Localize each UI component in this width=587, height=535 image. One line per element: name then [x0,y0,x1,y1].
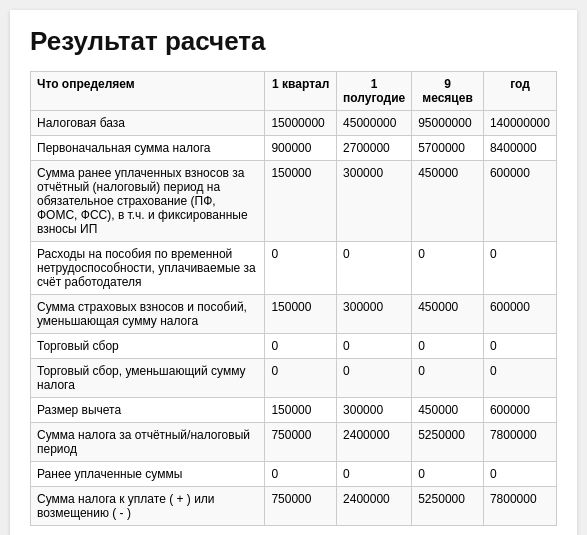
row-value-h1: 0 [337,359,412,398]
row-label: Первоначальная сумма налога [31,136,265,161]
row-value-m9: 5250000 [412,487,484,526]
row-label: Сумма налога за отчётный/налоговый перио… [31,423,265,462]
table-row: Сумма налога к уплате ( + ) или возмещен… [31,487,557,526]
row-label: Расходы на пособия по временной нетрудос… [31,242,265,295]
row-value-q1: 15000000 [265,111,337,136]
col-header-year: год [483,72,556,111]
col-header-q1: 1 квартал [265,72,337,111]
row-value-m9: 0 [412,242,484,295]
row-value-q1: 0 [265,334,337,359]
row-value-year: 0 [483,334,556,359]
row-value-h1: 2400000 [337,423,412,462]
row-label: Сумма ранее уплаченных взносов за отчётн… [31,161,265,242]
row-value-q1: 0 [265,359,337,398]
row-value-h1: 2400000 [337,487,412,526]
row-value-m9: 0 [412,462,484,487]
col-header-label: Что определяем [31,72,265,111]
row-label: Сумма налога к уплате ( + ) или возмещен… [31,487,265,526]
row-value-q1: 150000 [265,398,337,423]
row-label: Ранее уплаченные суммы [31,462,265,487]
row-value-q1: 0 [265,462,337,487]
row-value-h1: 0 [337,334,412,359]
row-label: Сумма страховых взносов и пособий, умень… [31,295,265,334]
row-value-q1: 150000 [265,295,337,334]
table-row: Размер вычета150000300000450000600000 [31,398,557,423]
table-row: Сумма налога за отчётный/налоговый перио… [31,423,557,462]
row-value-q1: 900000 [265,136,337,161]
row-value-m9: 450000 [412,398,484,423]
row-value-h1: 300000 [337,398,412,423]
row-value-year: 0 [483,242,556,295]
table-row: Первоначальная сумма налога9000002700000… [31,136,557,161]
row-value-year: 600000 [483,161,556,242]
table-row: Ранее уплаченные суммы0000 [31,462,557,487]
row-value-year: 8400000 [483,136,556,161]
row-value-year: 7800000 [483,487,556,526]
row-value-year: 140000000 [483,111,556,136]
row-value-h1: 0 [337,462,412,487]
row-value-q1: 750000 [265,423,337,462]
col-header-h1: 1 полугодие [337,72,412,111]
page-title: Результат расчета [30,26,557,57]
row-value-year: 600000 [483,295,556,334]
row-value-m9: 95000000 [412,111,484,136]
row-value-h1: 2700000 [337,136,412,161]
row-label: Торговый сбор [31,334,265,359]
row-value-year: 600000 [483,398,556,423]
row-value-h1: 45000000 [337,111,412,136]
results-table: Что определяем 1 квартал 1 полугодие 9 м… [30,71,557,526]
table-row: Сумма страховых взносов и пособий, умень… [31,295,557,334]
row-label: Размер вычета [31,398,265,423]
row-label: Торговый сбор, уменьшающий сумму налога [31,359,265,398]
row-value-q1: 750000 [265,487,337,526]
row-value-year: 7800000 [483,423,556,462]
table-row: Сумма ранее уплаченных взносов за отчётн… [31,161,557,242]
row-value-m9: 450000 [412,295,484,334]
row-value-m9: 0 [412,359,484,398]
row-value-q1: 0 [265,242,337,295]
row-value-q1: 150000 [265,161,337,242]
row-label: Налоговая база [31,111,265,136]
col-header-m9: 9 месяцев [412,72,484,111]
row-value-m9: 5250000 [412,423,484,462]
table-row: Налоговая база15000000450000009500000014… [31,111,557,136]
row-value-h1: 300000 [337,295,412,334]
row-value-m9: 0 [412,334,484,359]
row-value-year: 0 [483,462,556,487]
table-row: Торговый сбор, уменьшающий сумму налога0… [31,359,557,398]
row-value-year: 0 [483,359,556,398]
table-row: Расходы на пособия по временной нетрудос… [31,242,557,295]
row-value-m9: 5700000 [412,136,484,161]
row-value-h1: 0 [337,242,412,295]
row-value-h1: 300000 [337,161,412,242]
row-value-m9: 450000 [412,161,484,242]
main-container: Результат расчета Что определяем 1 кварт… [10,10,577,535]
table-row: Торговый сбор0000 [31,334,557,359]
